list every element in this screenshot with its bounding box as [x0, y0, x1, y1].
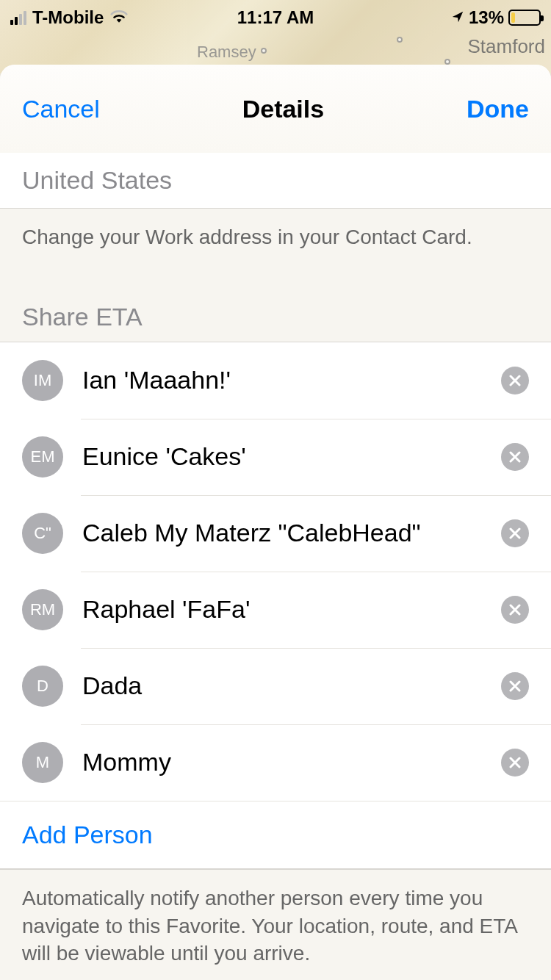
map-poi-dot [261, 48, 267, 54]
done-button[interactable]: Done [467, 95, 529, 123]
close-icon [509, 527, 521, 539]
avatar: IM [22, 360, 63, 401]
close-icon [509, 604, 521, 616]
contact-name: Eunice 'Cakes' [82, 442, 501, 471]
wifi-icon [109, 7, 129, 28]
map-label-ramsey: Ramsey [197, 43, 256, 62]
contact-name: Dada [82, 671, 501, 700]
contact-row[interactable]: D Dada [0, 648, 551, 724]
contact-row[interactable]: EM Eunice 'Cakes' [0, 419, 551, 495]
contact-name: Ian 'Maaahn!' [82, 366, 501, 394]
details-modal: Cancel Details Done United States Change… [0, 65, 551, 980]
contact-name: Caleb My Materz "CalebHead" [82, 519, 501, 547]
remove-contact-button[interactable] [501, 672, 529, 700]
avatar: M [22, 742, 63, 783]
avatar: RM [22, 589, 63, 630]
close-icon [509, 451, 521, 463]
remove-contact-button[interactable] [501, 519, 529, 547]
share-eta-header: Share ETA [0, 281, 551, 342]
work-address-hint: Change your Work address in your Contact… [0, 209, 551, 281]
share-eta-footer: Automatically notify another person ever… [0, 870, 551, 980]
country-value: United States [22, 166, 172, 194]
contact-row[interactable]: RM Raphael 'FaFa' [0, 572, 551, 648]
status-bar: T-Mobile 11:17 AM 13% [0, 0, 551, 29]
contact-name: Raphael 'FaFa' [82, 595, 501, 624]
contact-row[interactable]: M Mommy [0, 724, 551, 801]
close-icon [509, 375, 521, 386]
details-scroll[interactable]: United States Change your Work address i… [0, 153, 551, 980]
map-label-stamford: Stamford [468, 35, 546, 58]
avatar: C" [22, 513, 63, 554]
contact-row[interactable]: C" Caleb My Materz "CalebHead" [0, 495, 551, 572]
clock: 11:17 AM [237, 7, 314, 28]
battery-icon [508, 10, 541, 26]
remove-contact-button[interactable] [501, 749, 529, 777]
location-services-icon [451, 7, 464, 28]
modal-title: Details [242, 95, 325, 123]
map-poi-dot [444, 59, 450, 65]
cellular-signal-icon [10, 10, 26, 25]
remove-contact-button[interactable] [501, 367, 529, 394]
map-poi-dot [397, 37, 403, 43]
carrier-label: T-Mobile [32, 7, 104, 28]
add-person-button[interactable]: Add Person [0, 801, 551, 869]
modal-header: Cancel Details Done [0, 65, 551, 153]
country-cell[interactable]: United States [0, 153, 551, 209]
close-icon [509, 757, 521, 768]
contact-row[interactable]: IM Ian 'Maaahn!' [0, 342, 551, 419]
avatar: EM [22, 436, 63, 478]
status-right: 13% [451, 7, 541, 28]
close-icon [509, 680, 521, 692]
cancel-button[interactable]: Cancel [22, 95, 100, 123]
avatar: D [22, 666, 63, 707]
contact-name: Mommy [82, 748, 501, 777]
battery-percentage: 13% [469, 7, 504, 28]
remove-contact-button[interactable] [501, 596, 529, 624]
remove-contact-button[interactable] [501, 443, 529, 471]
status-left: T-Mobile [10, 7, 129, 28]
share-eta-contacts: IM Ian 'Maaahn!' EM Eunice 'Cakes' C" Ca… [0, 342, 551, 870]
